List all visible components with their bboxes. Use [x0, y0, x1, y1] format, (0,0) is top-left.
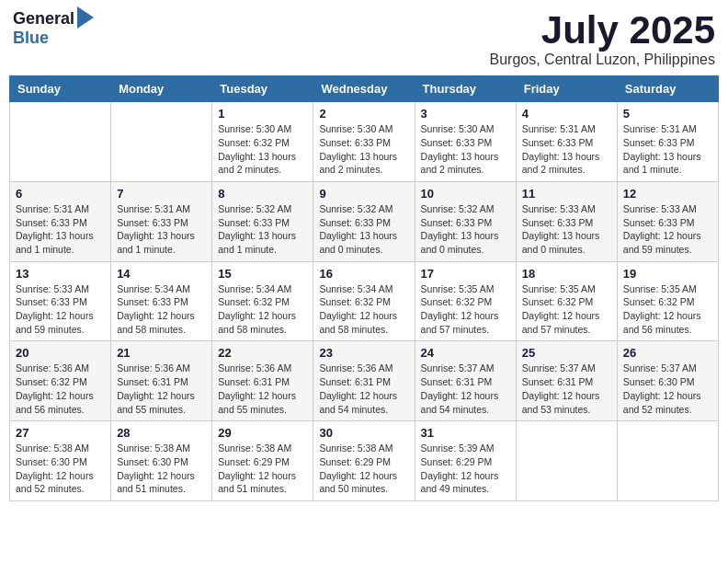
day-info: Sunrise: 5:35 AM Sunset: 6:32 PM Dayligh… — [623, 282, 712, 337]
day-info: Sunrise: 5:33 AM Sunset: 6:33 PM Dayligh… — [623, 202, 712, 257]
calendar-cell: 9Sunrise: 5:32 AM Sunset: 6:33 PM Daylig… — [313, 181, 415, 261]
calendar-day-header: Friday — [516, 76, 617, 102]
day-number: 27 — [16, 426, 105, 440]
day-info: Sunrise: 5:31 AM Sunset: 6:33 PM Dayligh… — [623, 122, 712, 177]
day-info: Sunrise: 5:30 AM Sunset: 6:33 PM Dayligh… — [319, 122, 408, 177]
day-info: Sunrise: 5:32 AM Sunset: 6:33 PM Dayligh… — [319, 202, 408, 257]
day-info: Sunrise: 5:36 AM Sunset: 6:31 PM Dayligh… — [319, 362, 408, 416]
day-number: 11 — [522, 187, 611, 201]
calendar-cell: 11Sunrise: 5:33 AM Sunset: 6:33 PM Dayli… — [516, 181, 617, 261]
calendar-cell: 19Sunrise: 5:35 AM Sunset: 6:32 PM Dayli… — [617, 261, 718, 341]
day-number: 25 — [522, 346, 611, 360]
day-number: 10 — [421, 187, 510, 201]
day-info: Sunrise: 5:36 AM Sunset: 6:32 PM Dayligh… — [16, 362, 105, 416]
calendar-cell: 13Sunrise: 5:33 AM Sunset: 6:33 PM Dayli… — [10, 261, 111, 341]
calendar-cell: 2Sunrise: 5:30 AM Sunset: 6:33 PM Daylig… — [313, 102, 415, 182]
day-info: Sunrise: 5:38 AM Sunset: 6:30 PM Dayligh… — [16, 442, 105, 496]
day-info: Sunrise: 5:37 AM Sunset: 6:31 PM Dayligh… — [522, 362, 611, 416]
day-number: 30 — [319, 426, 408, 440]
calendar-cell: 24Sunrise: 5:37 AM Sunset: 6:31 PM Dayli… — [415, 341, 516, 421]
calendar-cell: 16Sunrise: 5:34 AM Sunset: 6:32 PM Dayli… — [313, 261, 415, 341]
day-info: Sunrise: 5:36 AM Sunset: 6:31 PM Dayligh… — [117, 362, 206, 416]
day-number: 24 — [421, 346, 510, 360]
day-info: Sunrise: 5:38 AM Sunset: 6:29 PM Dayligh… — [218, 442, 307, 496]
calendar-week-row: 13Sunrise: 5:33 AM Sunset: 6:33 PM Dayli… — [10, 261, 719, 341]
calendar-cell: 1Sunrise: 5:30 AM Sunset: 6:32 PM Daylig… — [212, 102, 313, 182]
calendar-cell: 26Sunrise: 5:37 AM Sunset: 6:30 PM Dayli… — [617, 341, 718, 421]
calendar-cell: 4Sunrise: 5:31 AM Sunset: 6:33 PM Daylig… — [516, 102, 617, 182]
calendar-title: July 2025 — [490, 9, 715, 52]
calendar-day-header: Saturday — [617, 76, 718, 102]
day-info: Sunrise: 5:36 AM Sunset: 6:31 PM Dayligh… — [218, 362, 307, 416]
day-info: Sunrise: 5:31 AM Sunset: 6:33 PM Dayligh… — [117, 202, 206, 257]
day-info: Sunrise: 5:32 AM Sunset: 6:33 PM Dayligh… — [421, 202, 510, 257]
calendar-cell: 29Sunrise: 5:38 AM Sunset: 6:29 PM Dayli… — [212, 421, 313, 501]
calendar-cell — [10, 102, 111, 182]
calendar-cell: 31Sunrise: 5:39 AM Sunset: 6:29 PM Dayli… — [415, 421, 516, 501]
calendar-subtitle: Burgos, Central Luzon, Philippines — [490, 52, 715, 68]
day-number: 9 — [319, 187, 408, 201]
day-info: Sunrise: 5:31 AM Sunset: 6:33 PM Dayligh… — [522, 122, 611, 177]
day-number: 14 — [117, 267, 206, 281]
day-number: 16 — [319, 267, 408, 281]
calendar-day-header: Thursday — [415, 76, 516, 102]
calendar-cell: 12Sunrise: 5:33 AM Sunset: 6:33 PM Dayli… — [617, 181, 718, 261]
day-number: 5 — [623, 107, 712, 121]
calendar-cell: 25Sunrise: 5:37 AM Sunset: 6:31 PM Dayli… — [516, 341, 617, 421]
day-number: 1 — [218, 107, 307, 121]
calendar-day-header: Tuesday — [212, 76, 313, 102]
calendar-week-row: 6Sunrise: 5:31 AM Sunset: 6:33 PM Daylig… — [10, 181, 719, 261]
day-info: Sunrise: 5:30 AM Sunset: 6:32 PM Dayligh… — [218, 122, 307, 177]
day-number: 2 — [319, 107, 408, 121]
calendar-cell: 23Sunrise: 5:36 AM Sunset: 6:31 PM Dayli… — [313, 341, 415, 421]
day-info: Sunrise: 5:33 AM Sunset: 6:33 PM Dayligh… — [522, 202, 611, 257]
calendar-cell: 5Sunrise: 5:31 AM Sunset: 6:33 PM Daylig… — [617, 102, 718, 182]
day-info: Sunrise: 5:34 AM Sunset: 6:32 PM Dayligh… — [218, 282, 307, 337]
calendar-cell: 17Sunrise: 5:35 AM Sunset: 6:32 PM Dayli… — [415, 261, 516, 341]
calendar-cell: 20Sunrise: 5:36 AM Sunset: 6:32 PM Dayli… — [10, 341, 111, 421]
day-info: Sunrise: 5:38 AM Sunset: 6:30 PM Dayligh… — [117, 442, 206, 496]
calendar-cell: 6Sunrise: 5:31 AM Sunset: 6:33 PM Daylig… — [10, 181, 111, 261]
day-info: Sunrise: 5:38 AM Sunset: 6:29 PM Dayligh… — [319, 442, 408, 496]
calendar-cell — [617, 421, 718, 501]
day-info: Sunrise: 5:35 AM Sunset: 6:32 PM Dayligh… — [522, 282, 611, 337]
day-info: Sunrise: 5:31 AM Sunset: 6:33 PM Dayligh… — [16, 202, 105, 257]
day-number: 29 — [218, 426, 307, 440]
calendar-cell: 21Sunrise: 5:36 AM Sunset: 6:31 PM Dayli… — [111, 341, 212, 421]
day-info: Sunrise: 5:34 AM Sunset: 6:32 PM Dayligh… — [319, 282, 408, 337]
calendar-cell — [516, 421, 617, 501]
calendar-cell: 10Sunrise: 5:32 AM Sunset: 6:33 PM Dayli… — [415, 181, 516, 261]
day-number: 19 — [623, 267, 712, 281]
day-number: 28 — [117, 426, 206, 440]
day-info: Sunrise: 5:30 AM Sunset: 6:33 PM Dayligh… — [421, 122, 510, 177]
day-number: 20 — [16, 346, 105, 360]
calendar-cell: 18Sunrise: 5:35 AM Sunset: 6:32 PM Dayli… — [516, 261, 617, 341]
day-number: 3 — [421, 107, 510, 121]
calendar-week-row: 27Sunrise: 5:38 AM Sunset: 6:30 PM Dayli… — [10, 421, 719, 501]
calendar-cell: 28Sunrise: 5:38 AM Sunset: 6:30 PM Dayli… — [111, 421, 212, 501]
calendar-week-row: 20Sunrise: 5:36 AM Sunset: 6:32 PM Dayli… — [10, 341, 719, 421]
calendar-cell: 7Sunrise: 5:31 AM Sunset: 6:33 PM Daylig… — [111, 181, 212, 261]
day-number: 4 — [522, 107, 611, 121]
logo-arrow-icon — [77, 6, 94, 29]
day-number: 8 — [218, 187, 307, 201]
day-number: 26 — [623, 346, 712, 360]
calendar-header-row: SundayMondayTuesdayWednesdayThursdayFrid… — [10, 76, 719, 102]
logo: General Blue — [13, 9, 94, 48]
page-header: General Blue July 2025 Burgos, Central L… — [9, 9, 719, 68]
day-number: 7 — [117, 187, 206, 201]
title-block: July 2025 Burgos, Central Luzon, Philipp… — [490, 9, 715, 68]
calendar-day-header: Sunday — [10, 76, 111, 102]
day-info: Sunrise: 5:37 AM Sunset: 6:31 PM Dayligh… — [421, 362, 510, 416]
day-number: 23 — [319, 346, 408, 360]
calendar-cell: 22Sunrise: 5:36 AM Sunset: 6:31 PM Dayli… — [212, 341, 313, 421]
calendar-cell: 15Sunrise: 5:34 AM Sunset: 6:32 PM Dayli… — [212, 261, 313, 341]
day-info: Sunrise: 5:33 AM Sunset: 6:33 PM Dayligh… — [16, 282, 105, 337]
calendar-cell: 3Sunrise: 5:30 AM Sunset: 6:33 PM Daylig… — [415, 102, 516, 182]
day-number: 31 — [421, 426, 510, 440]
logo-general-text: General — [13, 9, 74, 29]
calendar-cell: 14Sunrise: 5:34 AM Sunset: 6:33 PM Dayli… — [111, 261, 212, 341]
day-number: 13 — [16, 267, 105, 281]
day-info: Sunrise: 5:34 AM Sunset: 6:33 PM Dayligh… — [117, 282, 206, 337]
day-number: 21 — [117, 346, 206, 360]
